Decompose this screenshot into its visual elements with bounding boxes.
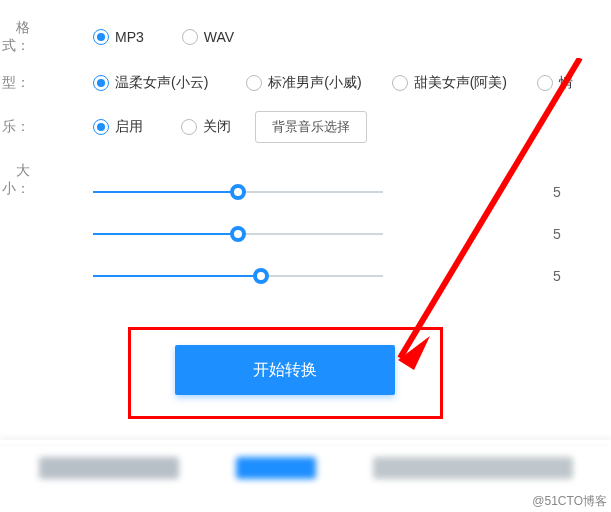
label-bgm: 乐： xyxy=(0,118,38,136)
bottom-strip xyxy=(0,444,611,492)
radio-voice-1[interactable]: 温柔女声(小云) xyxy=(93,74,208,92)
slider-track-active xyxy=(93,275,261,277)
row-voice-type: 型： 温柔女声(小云) 标准男声(小威) 甜美女声(阿美) 情 xyxy=(0,74,611,92)
annotation-highlight-box xyxy=(128,327,443,419)
bgm-select-button[interactable]: 背景音乐选择 xyxy=(255,111,367,143)
slider-track-rest xyxy=(238,191,383,193)
radio-label: 标准男声(小威) xyxy=(268,74,361,92)
svg-line-0 xyxy=(400,58,580,358)
radio-icon xyxy=(537,75,553,91)
radio-label: 启用 xyxy=(115,118,143,136)
slider-track-rest xyxy=(238,233,383,235)
slider-row-2: 5 xyxy=(93,226,611,242)
bgm-options: 启用 关闭 背景音乐选择 xyxy=(93,111,367,143)
slider-track-rest xyxy=(261,275,383,277)
radio-icon xyxy=(93,29,109,45)
slider-1[interactable] xyxy=(93,184,383,200)
radio-icon xyxy=(246,75,262,91)
slider-row-3: 5 xyxy=(93,268,611,284)
slider-knob[interactable] xyxy=(230,184,246,200)
radio-icon xyxy=(93,119,109,135)
watermark: @51CTO博客 xyxy=(532,493,607,510)
label-voice-type: 型： xyxy=(0,74,38,92)
radio-bgm-disable[interactable]: 关闭 xyxy=(181,118,231,136)
voice-options: 温柔女声(小云) 标准男声(小威) 甜美女声(阿美) 情 xyxy=(93,74,573,92)
format-options: MP3 WAV xyxy=(93,29,272,45)
blurred-block xyxy=(373,457,573,479)
radio-label: MP3 xyxy=(115,29,144,45)
radio-label: WAV xyxy=(204,29,234,45)
radio-label: 甜美女声(阿美) xyxy=(414,74,507,92)
label-format: 格式： xyxy=(0,19,38,55)
radio-icon xyxy=(392,75,408,91)
radio-icon xyxy=(182,29,198,45)
radio-bgm-enable[interactable]: 启用 xyxy=(93,118,143,136)
label-size: 大小： xyxy=(0,162,38,198)
radio-label: 温柔女声(小云) xyxy=(115,74,208,92)
radio-voice-4[interactable]: 情 xyxy=(537,74,573,92)
radio-label: 情 xyxy=(559,74,573,92)
radio-icon xyxy=(93,75,109,91)
slider-track-active xyxy=(93,233,238,235)
blurred-block xyxy=(39,457,179,479)
radio-wav[interactable]: WAV xyxy=(182,29,234,45)
slider-2[interactable] xyxy=(93,226,383,242)
slider-3[interactable] xyxy=(93,268,383,284)
slider-value-3: 5 xyxy=(553,268,561,284)
blurred-block xyxy=(236,457,316,479)
radio-mp3[interactable]: MP3 xyxy=(93,29,144,45)
slider-row-1: 5 xyxy=(93,184,611,200)
row-format: 格式： MP3 WAV xyxy=(0,19,611,55)
radio-voice-3[interactable]: 甜美女声(阿美) xyxy=(392,74,507,92)
radio-icon xyxy=(181,119,197,135)
radio-label: 关闭 xyxy=(203,118,231,136)
slider-value-2: 5 xyxy=(553,226,561,242)
slider-knob[interactable] xyxy=(253,268,269,284)
row-bgm: 乐： 启用 关闭 背景音乐选择 xyxy=(0,111,611,143)
radio-voice-2[interactable]: 标准男声(小威) xyxy=(246,74,361,92)
slider-track-active xyxy=(93,191,238,193)
slider-knob[interactable] xyxy=(230,226,246,242)
slider-value-1: 5 xyxy=(553,184,561,200)
